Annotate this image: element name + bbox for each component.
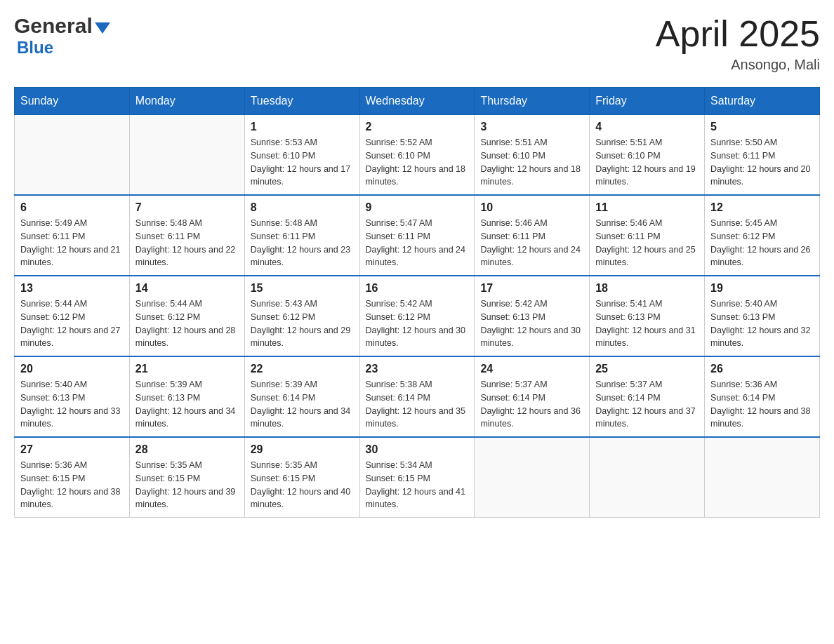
logo-triangle-icon	[95, 22, 110, 34]
calendar-cell: 27Sunrise: 5:36 AMSunset: 6:15 PMDayligh…	[15, 437, 130, 518]
week-row-1: 1Sunrise: 5:53 AMSunset: 6:10 PMDaylight…	[15, 115, 820, 196]
weekday-header-friday: Friday	[590, 88, 705, 115]
calendar-cell: 18Sunrise: 5:41 AMSunset: 6:13 PMDayligh…	[590, 276, 705, 356]
day-info: Sunrise: 5:40 AMSunset: 6:13 PMDaylight:…	[710, 297, 814, 350]
week-row-2: 6Sunrise: 5:49 AMSunset: 6:11 PMDaylight…	[15, 195, 820, 276]
day-number: 21	[135, 363, 239, 375]
calendar-cell: 6Sunrise: 5:49 AMSunset: 6:11 PMDaylight…	[15, 195, 130, 276]
calendar-cell	[15, 115, 130, 196]
calendar-cell: 26Sunrise: 5:36 AMSunset: 6:14 PMDayligh…	[705, 356, 820, 437]
day-info: Sunrise: 5:42 AMSunset: 6:12 PMDaylight:…	[366, 297, 469, 350]
calendar-cell: 24Sunrise: 5:37 AMSunset: 6:14 PMDayligh…	[475, 356, 590, 437]
day-number: 22	[251, 363, 354, 375]
calendar-cell: 13Sunrise: 5:44 AMSunset: 6:12 PMDayligh…	[15, 276, 130, 356]
day-info: Sunrise: 5:46 AMSunset: 6:11 PMDaylight:…	[480, 217, 583, 269]
day-info: Sunrise: 5:42 AMSunset: 6:13 PMDaylight:…	[480, 297, 583, 350]
calendar-cell: 16Sunrise: 5:42 AMSunset: 6:12 PMDayligh…	[359, 276, 475, 356]
day-info: Sunrise: 5:48 AMSunset: 6:11 PMDaylight:…	[251, 217, 354, 269]
day-number: 15	[251, 282, 354, 295]
day-info: Sunrise: 5:53 AMSunset: 6:10 PMDaylight:…	[251, 136, 354, 189]
day-number: 18	[595, 282, 699, 295]
calendar-table: SundayMondayTuesdayWednesdayThursdayFrid…	[14, 87, 820, 518]
day-info: Sunrise: 5:41 AMSunset: 6:13 PMDaylight:…	[595, 297, 699, 350]
calendar-cell: 23Sunrise: 5:38 AMSunset: 6:14 PMDayligh…	[359, 356, 475, 437]
calendar-cell: 29Sunrise: 5:35 AMSunset: 6:15 PMDayligh…	[244, 437, 359, 518]
calendar-cell: 5Sunrise: 5:50 AMSunset: 6:11 PMDaylight…	[705, 115, 820, 196]
day-info: Sunrise: 5:35 AMSunset: 6:15 PMDaylight:…	[251, 459, 354, 511]
weekday-header-wednesday: Wednesday	[359, 88, 475, 115]
day-number: 9	[366, 201, 469, 214]
calendar-cell: 11Sunrise: 5:46 AMSunset: 6:11 PMDayligh…	[590, 195, 705, 276]
day-number: 17	[480, 282, 583, 295]
calendar-cell: 4Sunrise: 5:51 AMSunset: 6:10 PMDaylight…	[590, 115, 705, 196]
day-info: Sunrise: 5:51 AMSunset: 6:10 PMDaylight:…	[480, 136, 583, 189]
calendar-cell: 14Sunrise: 5:44 AMSunset: 6:12 PMDayligh…	[129, 276, 244, 356]
calendar-cell: 17Sunrise: 5:42 AMSunset: 6:13 PMDayligh…	[475, 276, 590, 356]
day-number: 6	[20, 201, 124, 214]
day-number: 4	[595, 121, 699, 133]
calendar-cell: 21Sunrise: 5:39 AMSunset: 6:13 PMDayligh…	[129, 356, 244, 437]
day-info: Sunrise: 5:40 AMSunset: 6:13 PMDaylight:…	[20, 378, 124, 431]
day-number: 28	[135, 443, 239, 456]
calendar-cell: 3Sunrise: 5:51 AMSunset: 6:10 PMDaylight…	[475, 115, 590, 196]
day-info: Sunrise: 5:35 AMSunset: 6:15 PMDaylight:…	[135, 459, 239, 511]
day-info: Sunrise: 5:49 AMSunset: 6:11 PMDaylight:…	[20, 217, 124, 269]
day-number: 1	[251, 121, 354, 133]
day-info: Sunrise: 5:37 AMSunset: 6:14 PMDaylight:…	[595, 378, 699, 431]
day-info: Sunrise: 5:36 AMSunset: 6:14 PMDaylight:…	[710, 378, 814, 431]
day-number: 25	[595, 363, 699, 375]
day-info: Sunrise: 5:50 AMSunset: 6:11 PMDaylight:…	[710, 136, 814, 189]
day-info: Sunrise: 5:37 AMSunset: 6:14 PMDaylight:…	[480, 378, 583, 431]
day-info: Sunrise: 5:48 AMSunset: 6:11 PMDaylight:…	[135, 217, 239, 269]
day-info: Sunrise: 5:46 AMSunset: 6:11 PMDaylight:…	[595, 217, 699, 269]
day-info: Sunrise: 5:43 AMSunset: 6:12 PMDaylight:…	[251, 297, 354, 350]
weekday-header-tuesday: Tuesday	[244, 88, 359, 115]
day-number: 12	[710, 201, 814, 214]
day-info: Sunrise: 5:34 AMSunset: 6:15 PMDaylight:…	[366, 459, 469, 511]
page-header: General Blue April 2025 Ansongo, Mali	[14, 14, 820, 73]
calendar-cell	[705, 437, 820, 518]
day-info: Sunrise: 5:52 AMSunset: 6:10 PMDaylight:…	[366, 136, 469, 189]
calendar-cell: 8Sunrise: 5:48 AMSunset: 6:11 PMDaylight…	[244, 195, 359, 276]
day-number: 29	[251, 443, 354, 456]
location: Ansongo, Mali	[656, 57, 820, 73]
day-info: Sunrise: 5:39 AMSunset: 6:13 PMDaylight:…	[135, 378, 239, 431]
weekday-header-sunday: Sunday	[15, 88, 130, 115]
calendar-cell: 2Sunrise: 5:52 AMSunset: 6:10 PMDaylight…	[359, 115, 475, 196]
day-info: Sunrise: 5:45 AMSunset: 6:12 PMDaylight:…	[710, 217, 814, 269]
day-number: 23	[366, 363, 469, 375]
calendar-cell: 12Sunrise: 5:45 AMSunset: 6:12 PMDayligh…	[705, 195, 820, 276]
weekday-header-saturday: Saturday	[705, 88, 820, 115]
calendar-cell: 28Sunrise: 5:35 AMSunset: 6:15 PMDayligh…	[129, 437, 244, 518]
day-number: 5	[710, 121, 814, 133]
title-block: April 2025 Ansongo, Mali	[656, 14, 820, 73]
weekday-header-monday: Monday	[129, 88, 244, 115]
calendar-cell: 15Sunrise: 5:43 AMSunset: 6:12 PMDayligh…	[244, 276, 359, 356]
day-info: Sunrise: 5:38 AMSunset: 6:14 PMDaylight:…	[366, 378, 469, 431]
calendar-cell: 30Sunrise: 5:34 AMSunset: 6:15 PMDayligh…	[359, 437, 475, 518]
weekday-header-thursday: Thursday	[475, 88, 590, 115]
day-number: 20	[20, 363, 124, 375]
calendar-cell: 10Sunrise: 5:46 AMSunset: 6:11 PMDayligh…	[475, 195, 590, 276]
calendar-cell: 25Sunrise: 5:37 AMSunset: 6:14 PMDayligh…	[590, 356, 705, 437]
logo-general-text: General	[14, 14, 93, 38]
calendar-cell: 20Sunrise: 5:40 AMSunset: 6:13 PMDayligh…	[15, 356, 130, 437]
day-number: 24	[480, 363, 583, 375]
day-info: Sunrise: 5:36 AMSunset: 6:15 PMDaylight:…	[20, 459, 124, 511]
logo-blue-text: Blue	[17, 38, 53, 57]
day-number: 10	[480, 201, 583, 214]
weekday-header-row: SundayMondayTuesdayWednesdayThursdayFrid…	[15, 88, 820, 115]
calendar-cell: 7Sunrise: 5:48 AMSunset: 6:11 PMDaylight…	[129, 195, 244, 276]
day-number: 13	[20, 282, 124, 295]
day-number: 14	[135, 282, 239, 295]
calendar-cell: 19Sunrise: 5:40 AMSunset: 6:13 PMDayligh…	[705, 276, 820, 356]
logo: General Blue	[14, 14, 110, 58]
calendar-cell	[129, 115, 244, 196]
day-number: 26	[710, 363, 814, 375]
day-number: 27	[20, 443, 124, 456]
day-number: 30	[366, 443, 469, 456]
day-info: Sunrise: 5:47 AMSunset: 6:11 PMDaylight:…	[366, 217, 469, 269]
week-row-5: 27Sunrise: 5:36 AMSunset: 6:15 PMDayligh…	[15, 437, 820, 518]
calendar-cell: 9Sunrise: 5:47 AMSunset: 6:11 PMDaylight…	[359, 195, 475, 276]
week-row-3: 13Sunrise: 5:44 AMSunset: 6:12 PMDayligh…	[15, 276, 820, 356]
